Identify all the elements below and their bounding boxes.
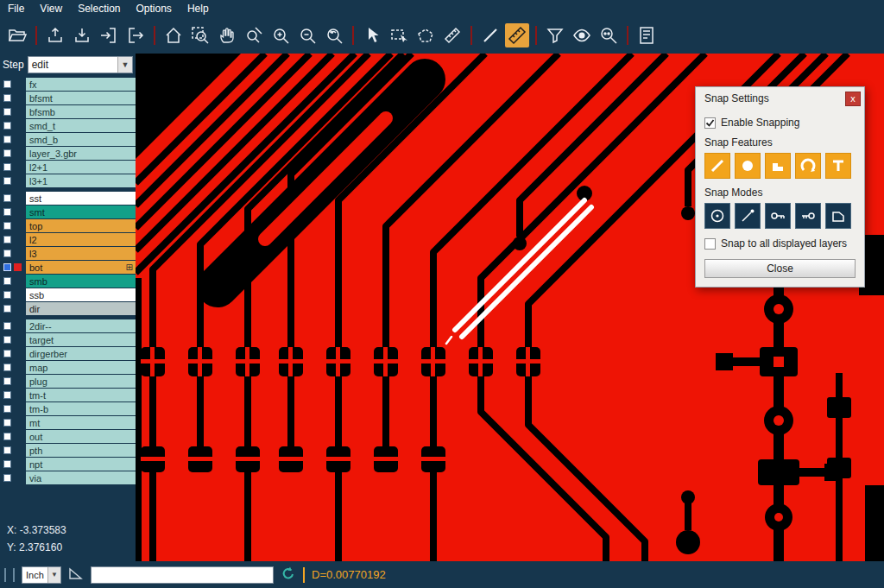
layer-visibility-checkbox[interactable] — [3, 433, 11, 440]
layer-name[interactable]: smd_b — [26, 133, 136, 146]
layer-visibility-checkbox[interactable] — [3, 208, 11, 216]
layer-name[interactable]: top — [26, 219, 136, 232]
unit-select[interactable]: Inch▼ — [22, 566, 61, 584]
layer-name[interactable]: bot⊞ — [26, 261, 136, 274]
command-input[interactable] — [91, 566, 274, 584]
layer-name[interactable]: 2dir-- — [26, 319, 136, 332]
layer-name[interactable]: smb — [26, 275, 136, 288]
menu-selection[interactable]: Selection — [70, 1, 128, 16]
select-pointer-icon[interactable] — [360, 23, 384, 47]
layer-visibility-checkbox[interactable] — [3, 446, 11, 454]
menu-options[interactable]: Options — [129, 1, 180, 16]
line-tool-icon[interactable] — [478, 23, 502, 47]
layer-name[interactable]: npt — [26, 458, 136, 471]
layer-visibility-checkbox[interactable] — [3, 305, 11, 313]
layer-row[interactable]: l3+1 — [0, 174, 136, 187]
outline-snap-button[interactable] — [825, 203, 851, 229]
layer-row[interactable]: target — [0, 333, 136, 346]
layer-visibility-checkbox[interactable] — [3, 391, 11, 399]
layer-row[interactable]: map — [0, 361, 136, 374]
layer-visibility-checkbox[interactable] — [3, 291, 11, 299]
layer-visibility-checkbox[interactable] — [3, 336, 11, 344]
layer-row[interactable]: l3 — [0, 247, 136, 260]
chevron-down-icon[interactable]: ▼ — [117, 57, 132, 73]
layer-row[interactable]: tm-t — [0, 389, 136, 401]
layer-visibility-checkbox[interactable] — [3, 263, 11, 271]
layer-row[interactable]: mt — [0, 416, 136, 429]
dialog-titlebar[interactable]: Snap Settings x — [696, 87, 864, 110]
layer-row[interactable]: l2 — [0, 233, 136, 246]
zoom-out-icon[interactable] — [295, 23, 319, 47]
layer-visibility-checkbox[interactable] — [3, 149, 11, 157]
measure-caliper-icon[interactable] — [440, 23, 464, 47]
layer-row[interactable]: smb — [0, 275, 136, 288]
layer-visibility-checkbox[interactable] — [3, 236, 11, 243]
refresh-icon[interactable] — [281, 566, 296, 585]
layer-row[interactable]: fx — [0, 78, 136, 91]
menu-help[interactable]: Help — [180, 1, 217, 16]
layer-name[interactable]: fx — [26, 78, 136, 91]
open-folder-icon[interactable] — [5, 23, 29, 47]
layer-visibility-checkbox[interactable] — [3, 80, 11, 88]
layer-row[interactable]: dirgerber — [0, 347, 136, 360]
snap-pad-button[interactable] — [735, 153, 761, 179]
layer-row[interactable]: bfsmb — [0, 105, 136, 118]
layer-row[interactable]: 2dir-- — [0, 319, 136, 332]
layer-visibility-checkbox[interactable] — [3, 222, 11, 230]
layer-visibility-checkbox[interactable] — [3, 419, 11, 427]
zoom-previous-icon[interactable] — [322, 23, 346, 47]
layer-visibility-checkbox[interactable] — [3, 163, 11, 171]
layer-name[interactable]: target — [26, 333, 136, 346]
export-icon[interactable] — [123, 23, 148, 47]
angle-mode-icon[interactable] — [68, 566, 84, 585]
snap-line-button[interactable] — [704, 153, 730, 179]
key-lock-mirrored-button[interactable] — [795, 203, 821, 229]
layer-row[interactable]: npt — [0, 458, 136, 471]
upload-icon[interactable] — [43, 23, 67, 47]
zoom-window-icon[interactable] — [188, 23, 212, 47]
layer-visibility-checkbox[interactable] — [3, 177, 11, 185]
filter-icon[interactable] — [543, 23, 567, 47]
layer-name[interactable]: map — [26, 361, 136, 374]
layer-name[interactable]: out — [26, 430, 136, 443]
layer-row[interactable]: ssb — [0, 288, 136, 301]
select-rectangle-icon[interactable] — [387, 23, 411, 47]
layer-row[interactable]: plug — [0, 375, 136, 388]
layer-row[interactable]: pth — [0, 444, 136, 457]
layer-name[interactable]: l2+1 — [26, 161, 136, 174]
layer-row[interactable]: smd_t — [0, 119, 136, 132]
layer-row[interactable]: out — [0, 430, 136, 443]
snap-arc-button[interactable] — [795, 153, 821, 179]
layer-visibility-checkbox[interactable] — [3, 94, 11, 102]
layer-name[interactable]: mt — [26, 416, 136, 429]
layer-visibility-checkbox[interactable] — [3, 194, 11, 202]
report-icon[interactable] — [635, 23, 659, 47]
layer-name[interactable]: smd_t — [26, 119, 136, 132]
layer-visibility-checkbox[interactable] — [3, 108, 11, 116]
step-select[interactable]: edit▼ — [28, 56, 133, 73]
layer-name[interactable]: layer_3.gbr — [26, 147, 136, 160]
layer-name[interactable]: sst — [26, 192, 136, 205]
layer-name[interactable]: l2 — [26, 233, 136, 246]
snap-text-button[interactable] — [825, 153, 851, 179]
layer-row[interactable]: top — [0, 219, 136, 232]
pan-hand-icon[interactable] — [215, 23, 239, 47]
layer-row[interactable]: smd_b — [0, 133, 136, 146]
layer-visibility-checkbox[interactable] — [3, 474, 11, 482]
layer-visibility-checkbox[interactable] — [3, 277, 11, 285]
layer-row[interactable]: l2+1 — [0, 161, 136, 174]
close-button[interactable]: Close — [704, 259, 856, 278]
layer-row[interactable]: via — [0, 471, 136, 484]
layer-visibility-checkbox[interactable] — [3, 250, 11, 257]
layer-visibility-checkbox[interactable] — [3, 405, 11, 413]
layer-name[interactable]: plug — [26, 375, 136, 388]
zoom-area-icon[interactable] — [242, 23, 266, 47]
layer-row[interactable]: sst — [0, 192, 136, 205]
layer-name[interactable]: smt — [26, 205, 136, 218]
layer-row[interactable]: smt — [0, 205, 136, 218]
point-snap-button[interactable] — [735, 203, 761, 229]
menu-view[interactable]: View — [32, 1, 70, 16]
layer-name[interactable]: dirgerber — [26, 347, 136, 360]
layer-name[interactable]: tm-t — [26, 389, 136, 401]
select-polygon-icon[interactable] — [414, 23, 438, 47]
